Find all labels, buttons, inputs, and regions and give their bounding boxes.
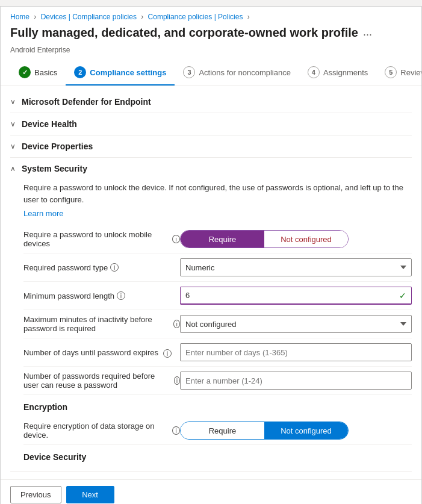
- tab-label-assignments: Assignments: [323, 68, 368, 77]
- chevron-icon-device-health: ∨: [10, 120, 16, 128]
- tab-label-actions: Actions for noncompliance: [199, 68, 290, 77]
- breadcrumb-compliance-policies[interactable]: Devices | Compliance policies: [41, 13, 137, 21]
- breadcrumb: Home › Devices | Compliance policies › C…: [1, 7, 421, 23]
- subsection-title-encryption: Encryption: [23, 395, 412, 417]
- section-microsoft-defender[interactable]: ∨ Microsoft Defender for Endpoint: [10, 91, 412, 113]
- info-icon-password-type[interactable]: i: [110, 263, 119, 272]
- input-password-expires[interactable]: [180, 343, 412, 361]
- previous-button[interactable]: Previous: [10, 486, 61, 503]
- form-row-min-password-length: Minimum password length i 6 ✓: [23, 282, 412, 310]
- input-min-password-length-active: 6 ✓: [180, 287, 412, 305]
- toggle-not-configured-option[interactable]: Not configured: [264, 231, 348, 247]
- info-icon-password-reuse[interactable]: i: [174, 376, 180, 385]
- tab-badge-actions: 3: [183, 66, 195, 78]
- label-password-reuse: Number of passwords required before user…: [23, 372, 180, 390]
- tabs-bar: ✓ Basics 2 Compliance settings 3 Actions…: [1, 60, 421, 86]
- content-area: ∨ Microsoft Defender for Endpoint ∨ Devi…: [1, 86, 421, 479]
- page-title-ellipsis[interactable]: ···: [363, 28, 372, 41]
- control-require-encryption: Require Not configured: [180, 422, 412, 440]
- control-min-password-length: 6 ✓: [180, 287, 412, 305]
- section-device-health[interactable]: ∨ Device Health: [10, 113, 412, 135]
- tab-basics[interactable]: ✓ Basics: [10, 60, 66, 86]
- label-password-type: Required password type i: [23, 263, 180, 272]
- input-min-password-value: 6: [185, 291, 190, 300]
- section-device-properties[interactable]: ∨ Device Properties: [10, 135, 412, 158]
- learn-more-link[interactable]: Learn more: [23, 209, 63, 218]
- breadcrumb-home[interactable]: Home: [10, 13, 29, 21]
- tab-badge-review: 5: [385, 66, 397, 78]
- form-row-password-expires: Number of days until password expires i: [23, 338, 412, 367]
- form-row-max-inactivity: Maximum minutes of inactivity before pas…: [23, 310, 412, 338]
- control-password-type[interactable]: Numeric Alphabetic Alphanumeric Not conf…: [180, 258, 412, 276]
- tab-label-basics: Basics: [34, 68, 57, 77]
- control-password-expires[interactable]: [180, 343, 412, 361]
- select-max-inactivity[interactable]: Not configured 1 Minute 5 Minutes 15 Min…: [180, 315, 412, 333]
- form-row-require-encryption: Require encryption of data storage on de…: [23, 417, 412, 445]
- tab-label-compliance: Compliance settings: [90, 68, 166, 77]
- breadcrumb-policies[interactable]: Compliance policies | Policies: [148, 13, 243, 21]
- footer-bar: Previous Next: [1, 479, 421, 504]
- chevron-icon-device-properties: ∨: [10, 142, 16, 151]
- control-max-inactivity[interactable]: Not configured 1 Minute 5 Minutes 15 Min…: [180, 315, 412, 333]
- info-icon-min-password-length[interactable]: i: [117, 291, 125, 300]
- label-require-encryption: Require encryption of data storage on de…: [23, 422, 180, 440]
- toggle-require-option[interactable]: Require: [181, 231, 264, 247]
- chevron-icon-system-security: ∧: [10, 164, 16, 173]
- page-title-area: Fully managed, dedicated, and corporate-…: [1, 23, 421, 46]
- control-password-reuse[interactable]: [180, 372, 412, 390]
- section-system-security-body: Require a password to unlock the device.…: [10, 179, 412, 471]
- tab-assignments[interactable]: 4 Assignments: [299, 60, 376, 86]
- chevron-icon-defender: ∨: [10, 98, 16, 106]
- check-icon-min-password: ✓: [399, 291, 406, 300]
- toggle-encryption-require-option[interactable]: Require: [181, 422, 264, 439]
- info-icon-require-encryption[interactable]: i: [172, 426, 180, 435]
- toggle-require-password[interactable]: Require Not configured: [180, 230, 349, 248]
- page-container: Home › Devices | Compliance policies › C…: [0, 6, 422, 504]
- tab-compliance-settings[interactable]: 2 Compliance settings: [66, 60, 175, 86]
- label-password-expires: Number of days until password expires i: [23, 347, 180, 358]
- form-row-require-password: Require a password to unlock mobile devi…: [23, 225, 412, 254]
- tab-review[interactable]: 5 Review + create: [376, 60, 421, 86]
- control-require-password: Require Not configured: [180, 230, 412, 248]
- tab-actions[interactable]: 3 Actions for noncompliance: [175, 60, 299, 86]
- input-password-reuse[interactable]: [180, 372, 412, 390]
- section-system-security: ∧ System Security Require a password to …: [10, 158, 412, 472]
- label-require-password: Require a password to unlock mobile devi…: [23, 230, 180, 248]
- system-security-description: Require a password to unlock the device.…: [23, 182, 412, 205]
- next-button[interactable]: Next: [66, 486, 114, 503]
- section-title-device-properties: Device Properties: [22, 142, 93, 151]
- label-min-password-length: Minimum password length i: [23, 291, 180, 300]
- section-title-device-health: Device Health: [22, 119, 77, 129]
- page-subtitle: Android Enterprise: [1, 46, 421, 60]
- section-title-defender: Microsoft Defender for Endpoint: [22, 97, 151, 107]
- section-title-system-security: System Security: [22, 164, 87, 173]
- info-icon-password-expires[interactable]: i: [163, 349, 172, 358]
- tab-badge-assignments: 4: [308, 66, 320, 78]
- toggle-require-encryption[interactable]: Require Not configured: [180, 422, 349, 440]
- toggle-encryption-not-configured-option[interactable]: Not configured: [264, 422, 348, 439]
- tab-badge-compliance: 2: [74, 66, 86, 78]
- info-icon-require-password[interactable]: i: [172, 235, 180, 243]
- info-icon-max-inactivity[interactable]: i: [173, 320, 180, 328]
- form-row-password-type: Required password type i Numeric Alphabe…: [23, 254, 412, 282]
- section-system-security-header[interactable]: ∧ System Security: [10, 158, 412, 179]
- form-row-password-reuse: Number of passwords required before user…: [23, 367, 412, 395]
- tab-badge-basics: ✓: [19, 66, 31, 78]
- subsection-title-device-security: Device Security: [23, 445, 412, 467]
- label-max-inactivity: Maximum minutes of inactivity before pas…: [23, 315, 180, 333]
- select-password-type[interactable]: Numeric Alphabetic Alphanumeric Not conf…: [180, 258, 412, 276]
- tab-label-review: Review + create: [400, 68, 421, 77]
- page-title: Fully managed, dedicated, and corporate-…: [10, 26, 358, 40]
